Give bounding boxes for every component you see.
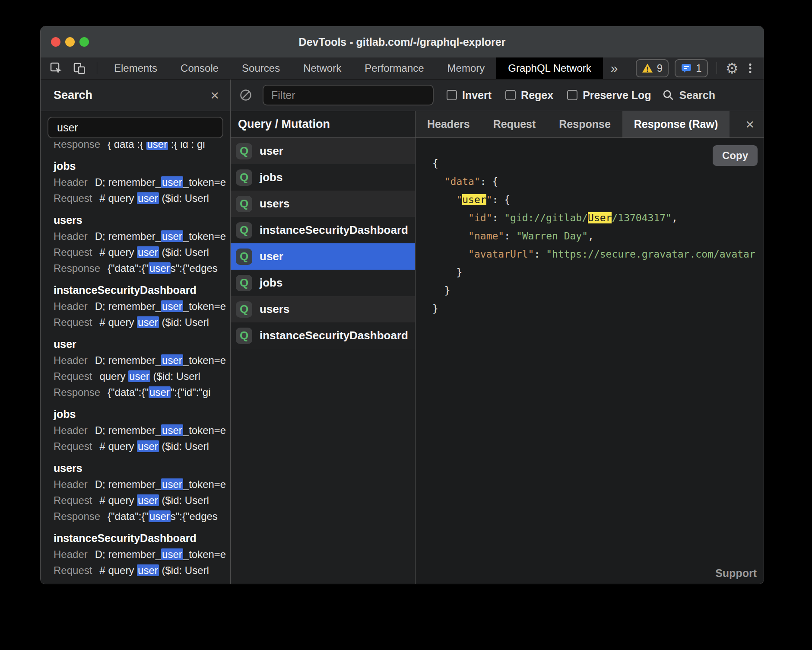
settings-gear-icon[interactable]: ⚙ <box>726 61 739 76</box>
checkbox-invert[interactable]: Invert <box>447 89 492 102</box>
devtools-tab-console[interactable]: Console <box>169 57 230 79</box>
search-panel-title: Search <box>54 89 92 102</box>
text-segment: : <box>504 230 516 242</box>
search-result-row[interactable]: HeaderD; remember_user_token=e <box>54 476 230 492</box>
issues-badge[interactable]: 1 <box>675 59 707 77</box>
query-item-jobs[interactable]: Qjobs <box>231 164 415 191</box>
search-result-row[interactable]: HeaderD; remember_user_token=e <box>54 298 230 314</box>
close-search-icon[interactable]: × <box>210 88 219 102</box>
text-segment: ":{"id":"gi <box>171 386 211 398</box>
minimize-window-button[interactable] <box>65 37 75 47</box>
more-tabs-button[interactable]: » <box>603 57 626 79</box>
search-result-row[interactable]: Request# query user ($id: Userl <box>54 562 230 578</box>
highlighted-match: user <box>161 548 183 560</box>
text-segment <box>432 249 468 260</box>
query-item-label: user <box>260 144 283 158</box>
response-tab-headers[interactable]: Headers <box>416 111 482 137</box>
search-result-section: userHeaderD; remember_user_token=eReques… <box>54 338 230 400</box>
kebab-menu-icon[interactable] <box>745 62 756 75</box>
search-result-text: { data :{ user :{ id : gi <box>108 142 205 150</box>
inspect-element-icon[interactable] <box>48 60 65 76</box>
checkbox-regex[interactable]: Regex <box>505 89 553 102</box>
text-segment: # query <box>99 192 137 204</box>
search-result-row[interactable]: HeaderD; remember_user_token=e <box>54 546 230 562</box>
devtools-tab-network[interactable]: Network <box>292 57 353 79</box>
search-result-label: Request <box>54 316 92 328</box>
search-result-row[interactable]: Request# query user ($id: Userl <box>54 492 230 508</box>
json-line: "avatarUrl": "https://secure.gravatar.co… <box>432 245 764 263</box>
search-result-row[interactable]: HeaderD; remember_user_token=e <box>54 174 230 190</box>
query-item-user[interactable]: Quser <box>231 243 415 270</box>
query-item-user[interactable]: Quser <box>231 138 415 164</box>
text-segment: "gid://gitlab/ <box>504 212 588 223</box>
response-tabbar: HeadersRequestResponseResponse (Raw) × <box>416 111 764 138</box>
devtools-tabbar: ElementsConsoleSourcesNetworkPerformance… <box>41 57 764 80</box>
search-result-row[interactable]: HeaderD; remember_user_token=e <box>54 228 230 244</box>
query-item-label: instanceSecurityDashboard <box>260 223 408 237</box>
json-line: } <box>432 300 764 318</box>
network-search-button[interactable]: Search <box>662 89 715 102</box>
response-tab-request[interactable]: Request <box>482 111 548 137</box>
checkbox-preserve-log[interactable]: Preserve Log <box>567 89 651 102</box>
query-type-icon: Q <box>236 143 252 159</box>
json-line: "id": "gid://gitlab/User/13704317", <box>432 209 764 227</box>
query-item-users[interactable]: Qusers <box>231 296 415 322</box>
highlighted-match: user <box>161 300 183 312</box>
search-result-text: D; remember_user_token=e <box>95 548 226 560</box>
search-result-row[interactable]: Response{ data :{ user :{ id : gi <box>54 142 230 152</box>
search-result-row[interactable]: HeaderD; remember_user_token=e <box>54 422 230 438</box>
search-result-text: query user ($id: Userl <box>99 370 200 382</box>
text-segment: "avatarUrl" <box>468 249 534 260</box>
search-result-row[interactable]: Response{"data":{"user":{"id":"gi <box>54 384 230 400</box>
search-result-section: jobsHeaderD; remember_user_token=eReques… <box>54 160 230 206</box>
search-result-label: Request <box>54 494 92 506</box>
response-tab-response[interactable]: Response <box>547 111 622 137</box>
zoom-window-button[interactable] <box>79 37 89 47</box>
clear-requests-icon[interactable] <box>239 89 252 102</box>
copy-button[interactable]: Copy <box>713 145 758 166</box>
search-result-row[interactable]: Response{"data":{"users":{"edges <box>54 260 230 276</box>
filter-input[interactable] <box>263 85 434 105</box>
search-result-row[interactable]: HeaderD; remember_user_token=e <box>54 352 230 368</box>
search-result-row[interactable]: Response{"data":{"users":{"edges <box>54 508 230 524</box>
devtools-tab-elements[interactable]: Elements <box>102 57 169 79</box>
panel-toolbar: Search × InvertRegexPreserve Log Search <box>41 80 764 111</box>
text-segment: s":{"edges <box>171 262 218 274</box>
devtools-tab-sources[interactable]: Sources <box>230 57 292 79</box>
warnings-badge[interactable]: 9 <box>636 59 669 77</box>
query-item-jobs[interactable]: Qjobs <box>231 270 415 296</box>
traffic-lights <box>51 26 89 57</box>
query-type-icon: Q <box>236 196 252 212</box>
text-segment: ($id: Userl <box>159 246 209 258</box>
text-segment: , <box>588 230 594 242</box>
json-line: "name": "Warren Day", <box>432 227 764 245</box>
query-list-header: Query / Mutation <box>231 111 415 138</box>
text-segment <box>432 230 468 242</box>
query-item-label: jobs <box>260 276 282 290</box>
response-tab-response-raw[interactable]: Response (Raw) <box>622 111 730 137</box>
text-segment <box>432 176 444 187</box>
devtools-tab-graphql-network[interactable]: GraphQL Network <box>496 57 603 79</box>
search-result-row[interactable]: Requestquery user ($id: Userl <box>54 368 230 384</box>
devtools-tab-performance[interactable]: Performance <box>353 57 435 79</box>
device-toolbar-icon[interactable] <box>71 60 88 76</box>
text-segment: /13704317" <box>612 212 671 223</box>
search-result-heading: jobs <box>54 160 230 172</box>
search-result-row[interactable]: Request# query user ($id: Userl <box>54 190 230 206</box>
search-result-heading: instanceSecurityDashboard <box>54 532 230 545</box>
query-item-instancesecuritydashboard[interactable]: QinstanceSecurityDashboard <box>231 322 415 349</box>
devtools-tab-memory[interactable]: Memory <box>436 57 497 79</box>
search-result-row[interactable]: Request# query user ($id: Userl <box>54 314 230 330</box>
query-item-users[interactable]: Qusers <box>231 191 415 217</box>
search-result-row[interactable]: Request# query user ($id: Userl <box>54 244 230 260</box>
text-segment: # query <box>99 440 137 452</box>
text-segment: ($id: Userl <box>159 440 209 452</box>
close-detail-icon[interactable]: × <box>745 111 764 137</box>
search-result-row[interactable]: Request# query user ($id: Userl <box>54 438 230 454</box>
text-segment <box>432 194 456 205</box>
query-item-instancesecuritydashboard[interactable]: QinstanceSecurityDashboard <box>231 217 415 243</box>
support-link[interactable]: Support <box>715 567 757 580</box>
search-result-heading: users <box>54 462 230 475</box>
search-input[interactable] <box>48 117 223 138</box>
close-window-button[interactable] <box>51 37 60 47</box>
